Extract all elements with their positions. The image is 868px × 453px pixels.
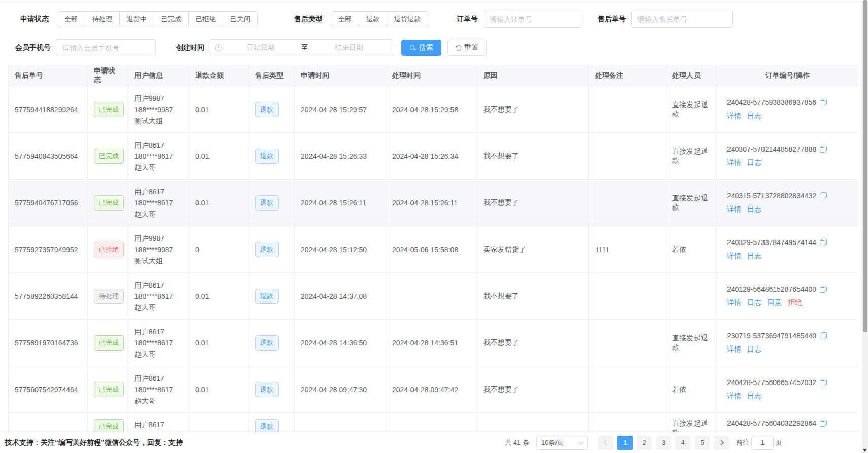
status-filter-completed[interactable]: 已完成 [154,11,189,27]
scrollbar-thumb[interactable] [863,0,867,332]
cell-order-actions: 240315-5713728802834432 详情日志 [717,180,859,226]
cell-reason: 我不想要了 [477,273,589,320]
handler-text: 直接发起退款 [672,334,708,351]
status-badge: 待处理 [94,289,124,304]
type-filter-return-refund[interactable]: 退货退款 [387,11,428,27]
next-page-button[interactable] [714,436,729,450]
user-info-line: 赵大哥 [134,349,183,360]
detail-link[interactable]: 详情 [727,158,741,167]
cell-refund-amount: 0 [189,226,249,273]
cell-refund-amount: 0.01 [189,320,249,366]
apply-time: 2024-04-28 15:26:33 [301,152,367,160]
type-badge: 退款 [255,335,279,351]
page-button-5[interactable]: 5 [695,436,710,450]
type-filter-all[interactable]: 全部 [331,11,359,27]
copy-icon[interactable] [820,420,827,427]
status-filter-rejected[interactable]: 已拒绝 [189,11,223,27]
cell-apply-time: 2024-04-28 15:26:33 [295,133,386,180]
service-number: 5775940843505664 [15,152,78,160]
cell-remark [589,180,666,226]
copy-icon[interactable] [820,192,827,199]
copy-icon[interactable] [820,239,827,246]
detail-link[interactable]: 详情 [727,392,741,401]
copy-icon[interactable] [820,286,827,293]
status-filter-pending[interactable]: 待处理 [85,11,120,27]
cell-user-info: 用户9987188****9987测试大姐 [128,226,189,273]
jump-page-input[interactable] [751,436,774,450]
status-badge: 已完成 [94,149,124,164]
log-link[interactable]: 日志 [747,112,761,121]
cell-handler: 若依 [666,226,717,273]
order-number: 240428-5775938386937856 [727,98,816,107]
search-button[interactable]: 搜索 [401,40,441,56]
copy-icon[interactable] [820,379,827,386]
cell-status: 已完成 [88,366,128,413]
status-filter-all[interactable]: 全部 [57,11,85,27]
cell-type: 退款 [249,320,295,366]
table-row: 5775891970164736 已完成 用户8617180****8617赵大… [9,320,859,366]
status-filter-returning[interactable]: 退货中 [120,11,154,27]
cell-order-actions: 240329-5733784749574144 详情日志 [717,226,859,273]
detail-link[interactable]: 详情 [727,298,741,307]
row-actions: 详情日志 [727,205,852,214]
page-button-1[interactable]: 1 [617,436,633,450]
order-number: 240129-5648615287654400 [727,285,816,293]
user-info-line: 用户9987 [134,93,183,104]
type-filter-refund[interactable]: 退款 [359,11,387,27]
log-link[interactable]: 日志 [747,158,761,167]
log-link[interactable]: 日志 [747,252,761,261]
filter-row-2: 会员手机号 创建时间 开始日期 至 结束日期 搜索 重置 [15,39,858,57]
end-date-placeholder[interactable]: 结束日期 [310,43,388,52]
phone-input[interactable] [56,39,156,56]
copy-icon[interactable] [820,332,827,339]
col-remark: 处理备注 [589,65,666,86]
type-badge: 退款 [255,102,279,117]
prev-page-button[interactable] [598,436,613,450]
created-time-range-picker[interactable]: 开始日期 至 结束日期 [210,39,393,56]
apply-time: 2024-04-28 15:29:57 [301,106,367,114]
log-link[interactable]: 日志 [747,392,761,401]
copy-icon[interactable] [820,146,827,153]
cell-handle-time: 2024-04-28 15:29:58 [386,86,477,133]
reject-link[interactable]: 拒绝 [788,298,802,307]
detail-link[interactable]: 详情 [727,112,741,121]
vertical-scrollbar[interactable] [862,0,868,453]
user-info-line: 用户8617 [134,419,183,430]
detail-link[interactable]: 详情 [727,205,741,214]
cell-type: 退款 [249,366,295,413]
row-actions: 详情日志同意拒绝 [727,298,852,307]
detail-link[interactable]: 详情 [727,345,741,354]
cell-handle-time: 2024-04-28 14:36:51 [386,320,477,366]
user-info-line: 赵大哥 [134,162,183,173]
order-number-line: 240129-5648615287654400 [727,285,852,293]
user-info-line: 赵大哥 [134,208,183,220]
order-number-input[interactable] [483,11,581,28]
col-service-number: 售后单号 [9,65,88,86]
page-size-select[interactable]: 10条/页 [536,436,588,450]
refund-amount: 0.01 [195,292,209,300]
scrollbar-down-arrow[interactable] [863,449,867,452]
log-link[interactable]: 日志 [747,205,761,214]
cell-status: 已完成 [88,180,128,226]
user-info-line: 180****8617 [134,384,183,395]
type-badge: 退款 [255,149,279,164]
search-icon [409,45,416,51]
cell-order-actions: 240428-5775606657452032 详情日志 [717,366,859,413]
start-date-placeholder[interactable]: 开始日期 [222,43,299,52]
approve-link[interactable]: 同意 [768,298,782,307]
reset-button[interactable]: 重置 [447,40,487,56]
user-info-line: 测试大姐 [134,255,183,266]
cell-reason: 我不想要了 [477,180,589,226]
table-row: 5775607542974464 已完成 用户8617180****8617赵大… [9,366,859,413]
page-button-4[interactable]: 4 [675,436,690,450]
copy-icon[interactable] [820,99,827,106]
page-button-2[interactable]: 2 [637,436,652,450]
jump-prefix: 前往 [736,438,749,447]
page-button-3[interactable]: 3 [656,436,671,450]
log-link[interactable]: 日志 [747,298,761,307]
cell-handle-time: 2024-04-28 09:47:42 [386,366,477,413]
log-link[interactable]: 日志 [747,345,761,354]
service-number-input[interactable] [631,11,733,28]
status-filter-closed[interactable]: 已关闭 [223,11,258,27]
detail-link[interactable]: 详情 [727,252,741,261]
